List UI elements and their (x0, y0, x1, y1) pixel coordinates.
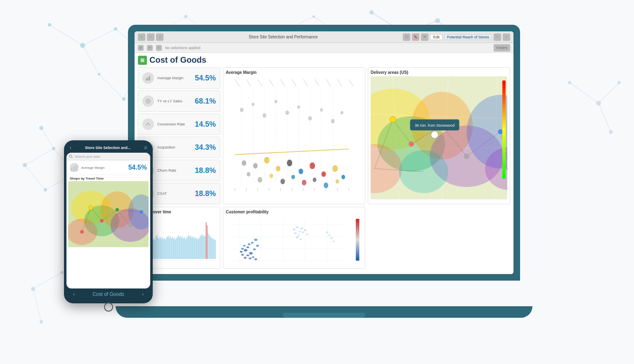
selection-text: No selections applied (165, 46, 201, 50)
kpi-average-margin[interactable]: Average Margin 54.5% (138, 67, 220, 89)
svg-rect-198 (185, 239, 186, 259)
svg-point-293 (140, 210, 143, 214)
svg-point-241 (244, 249, 248, 251)
svg-text:38 min. from Stonewood: 38 min. from Stonewood (415, 123, 455, 128)
svg-rect-61 (149, 76, 150, 80)
kpi-ty-ly-sales[interactable]: TY vs LY Sales 68.1% (138, 90, 220, 112)
svg-rect-212 (200, 236, 201, 259)
customer-profitability-chart[interactable]: Customer profitability (223, 207, 365, 269)
svg-point-106 (299, 169, 303, 175)
average-margin-chart[interactable]: Average Margin (223, 67, 365, 204)
kpi-value-margin: 54.5% (195, 74, 216, 83)
svg-rect-226 (214, 239, 215, 259)
svg-rect-196 (183, 239, 184, 259)
svg-point-259 (297, 234, 300, 236)
svg-point-156 (431, 131, 438, 139)
svg-point-265 (299, 238, 302, 240)
svg-point-118 (324, 182, 328, 188)
svg-rect-216 (204, 235, 205, 259)
delivery-areas-chart[interactable]: Delivery areas (US) (368, 67, 510, 204)
svg-point-104 (276, 166, 280, 172)
svg-rect-203 (190, 236, 191, 259)
svg-point-102 (253, 163, 258, 169)
svg-rect-222 (210, 236, 211, 259)
svg-rect-214 (202, 234, 203, 259)
svg-rect-201 (188, 235, 189, 259)
nav-back-icon[interactable]: ‹ (494, 33, 501, 41)
svg-point-250 (244, 257, 246, 258)
svg-line-43 (599, 103, 611, 132)
svg-point-105 (287, 160, 292, 166)
svg-point-290 (116, 208, 119, 212)
svg-line-36 (33, 289, 41, 322)
laptop-base (116, 306, 532, 318)
svg-point-253 (252, 256, 254, 258)
home-icon[interactable]: ⌂ (138, 33, 145, 41)
avg-margin-scatter (226, 76, 362, 199)
kpi-conversion-rate[interactable]: Conversion Rate 14.5% (138, 113, 220, 135)
bookmark-icon[interactable]: 🔖 (412, 33, 419, 41)
sel-icon1[interactable]: ⊘ (138, 45, 144, 51)
svg-rect-179 (166, 238, 167, 259)
phone-map[interactable] (68, 181, 149, 247)
edit-button[interactable]: Edit (430, 34, 442, 40)
svg-rect-210 (198, 239, 199, 259)
svg-line-90 (235, 149, 349, 155)
delivery-areas-title: Delivery areas (US) (371, 70, 507, 75)
phone-back-icon[interactable]: ‹ (70, 145, 71, 151)
svg-line-28 (41, 128, 54, 149)
reach-button[interactable]: Potential Reach of Stores (444, 34, 492, 40)
svg-rect-208 (196, 239, 196, 259)
nav-fwd-icon[interactable]: › (503, 33, 510, 41)
svg-point-22 (98, 73, 100, 76)
svg-rect-167 (154, 238, 154, 259)
svg-rect-190 (177, 236, 178, 259)
share-icon[interactable]: ⬡ (403, 33, 410, 41)
svg-point-108 (322, 171, 326, 177)
svg-rect-185 (172, 237, 173, 259)
svg-line-41 (570, 83, 599, 103)
svg-point-109 (332, 165, 338, 172)
svg-point-23 (122, 97, 125, 101)
svg-point-111 (247, 172, 251, 177)
svg-point-45 (596, 101, 601, 106)
svg-rect-224 (212, 238, 213, 259)
insights-icon[interactable]: Insights (494, 44, 510, 52)
svg-point-8 (435, 18, 440, 23)
phone-search-input[interactable]: Search your data (75, 155, 148, 158)
svg-rect-182 (169, 238, 170, 259)
phone-body: ‹ Store Site Selection and... ≡ Search y… (64, 140, 153, 303)
svg-rect-204 (192, 238, 192, 259)
svg-point-271 (69, 155, 72, 157)
svg-point-262 (304, 229, 306, 231)
phone-kpi-row[interactable]: Average Margin 54.5% (66, 161, 150, 175)
svg-point-33 (39, 126, 43, 130)
svg-rect-169 (156, 236, 156, 259)
back-icon[interactable]: ← (147, 33, 154, 41)
svg-rect-170 (156, 235, 157, 259)
phone-prev-icon[interactable]: ‹ (73, 291, 75, 297)
svg-point-245 (251, 242, 253, 243)
svg-line-27 (25, 165, 45, 190)
kpi-value-acquisition: 34.3% (195, 143, 216, 152)
svg-point-40 (40, 320, 43, 324)
pencil-icon[interactable]: ✏ (421, 33, 428, 41)
sel-icon2[interactable]: ↩ (147, 45, 153, 51)
svg-rect-200 (187, 236, 188, 259)
svg-point-263 (306, 234, 308, 235)
svg-point-103 (264, 157, 270, 163)
svg-point-142 (399, 150, 448, 193)
svg-rect-217 (205, 236, 206, 259)
svg-point-29 (23, 163, 27, 167)
phone-next-icon[interactable]: › (142, 291, 144, 297)
kpi-label-conversion: Conversion Rate (157, 122, 185, 126)
svg-point-252 (249, 258, 251, 259)
sel-icon3[interactable]: → (156, 45, 162, 51)
phone-search-bar[interactable]: Search your data (66, 153, 150, 161)
forward-icon[interactable]: → (156, 33, 163, 41)
svg-rect-59 (146, 78, 147, 80)
phone-bottom-label: Cost of Goods (92, 291, 124, 297)
phone-home-button[interactable] (104, 303, 113, 312)
svg-line-84 (292, 79, 296, 87)
phone-menu-icon[interactable]: ≡ (144, 145, 147, 151)
